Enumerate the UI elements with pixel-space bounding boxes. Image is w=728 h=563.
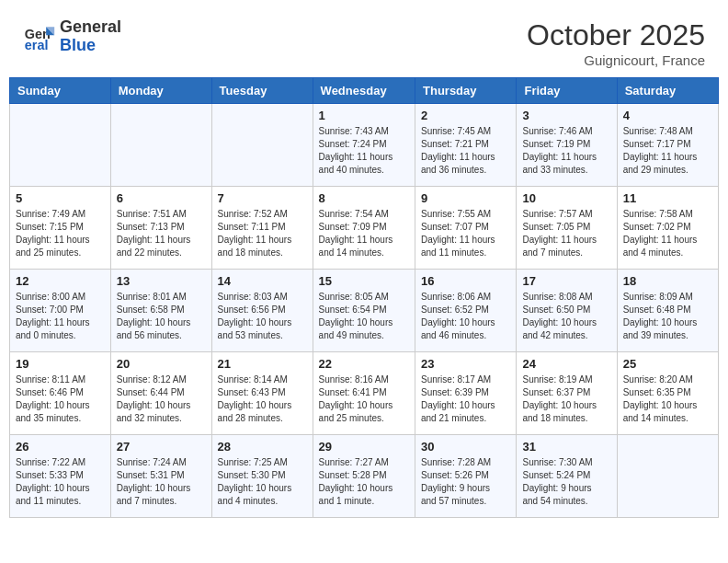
weekday-header-thursday: Thursday [415,78,517,104]
day-number: 2 [421,109,510,122]
day-info: Sunrise: 8:20 AM Sunset: 6:35 PM Dayligh… [623,373,712,425]
svg-text:eral: eral [25,38,49,52]
day-cell-26: 26Sunrise: 7:22 AM Sunset: 5:33 PM Dayli… [10,435,111,518]
day-cell-1: 1Sunrise: 7:43 AM Sunset: 7:24 PM Daylig… [313,104,415,187]
day-cell-7: 7Sunrise: 7:52 AM Sunset: 7:11 PM Daylig… [211,187,313,270]
day-number: 22 [319,357,409,371]
day-number: 21 [218,357,307,371]
weekday-header-tuesday: Tuesday [211,78,313,104]
week-row-5: 26Sunrise: 7:22 AM Sunset: 5:33 PM Dayli… [10,435,719,518]
title-block: October 2025 Guignicourt, France [527,18,705,68]
day-info: Sunrise: 7:52 AM Sunset: 7:11 PM Dayligh… [218,208,307,259]
day-number: 11 [623,191,712,205]
empty-cell [211,104,313,187]
day-cell-5: 5Sunrise: 7:49 AM Sunset: 7:15 PM Daylig… [10,187,111,270]
day-info: Sunrise: 7:25 AM Sunset: 5:30 PM Dayligh… [218,456,307,508]
day-info: Sunrise: 8:14 AM Sunset: 6:43 PM Dayligh… [218,373,307,425]
day-number: 31 [522,440,610,454]
day-number: 28 [218,440,307,454]
day-cell-19: 19Sunrise: 8:11 AM Sunset: 6:46 PM Dayli… [10,352,111,435]
day-info: Sunrise: 7:28 AM Sunset: 5:26 PM Dayligh… [421,456,510,508]
day-info: Sunrise: 7:45 AM Sunset: 7:21 PM Dayligh… [421,125,510,177]
day-info: Sunrise: 8:05 AM Sunset: 6:54 PM Dayligh… [319,291,409,342]
week-row-3: 12Sunrise: 8:00 AM Sunset: 7:00 PM Dayli… [10,270,719,352]
day-info: Sunrise: 7:58 AM Sunset: 7:02 PM Dayligh… [623,208,712,259]
day-info: Sunrise: 7:55 AM Sunset: 7:07 PM Dayligh… [421,208,510,259]
day-cell-30: 30Sunrise: 7:28 AM Sunset: 5:26 PM Dayli… [415,435,517,518]
day-cell-12: 12Sunrise: 8:00 AM Sunset: 7:00 PM Dayli… [10,270,111,352]
day-number: 20 [117,357,206,371]
day-info: Sunrise: 8:01 AM Sunset: 6:58 PM Dayligh… [117,291,206,342]
calendar-table: SundayMondayTuesdayWednesdayThursdayFrid… [9,77,719,518]
day-cell-2: 2Sunrise: 7:45 AM Sunset: 7:21 PM Daylig… [415,104,517,187]
day-cell-18: 18Sunrise: 8:09 AM Sunset: 6:48 PM Dayli… [617,270,718,352]
day-cell-13: 13Sunrise: 8:01 AM Sunset: 6:58 PM Dayli… [110,270,211,352]
day-info: Sunrise: 8:09 AM Sunset: 6:48 PM Dayligh… [623,291,712,342]
day-number: 18 [623,274,712,288]
empty-cell [617,435,718,518]
day-info: Sunrise: 7:24 AM Sunset: 5:31 PM Dayligh… [117,456,206,508]
day-cell-20: 20Sunrise: 8:12 AM Sunset: 6:44 PM Dayli… [110,352,211,435]
day-cell-3: 3Sunrise: 7:46 AM Sunset: 7:19 PM Daylig… [517,104,617,187]
empty-cell [10,104,111,187]
day-number: 30 [421,440,510,454]
weekday-header-row: SundayMondayTuesdayWednesdayThursdayFrid… [10,78,719,104]
day-info: Sunrise: 8:16 AM Sunset: 6:41 PM Dayligh… [319,373,409,425]
day-number: 17 [522,274,610,288]
day-cell-29: 29Sunrise: 7:27 AM Sunset: 5:28 PM Dayli… [313,435,415,518]
empty-cell [110,104,211,187]
logo-line2: Blue [60,37,121,55]
day-number: 1 [319,109,409,122]
week-row-2: 5Sunrise: 7:49 AM Sunset: 7:15 PM Daylig… [10,187,719,270]
location: Guignicourt, France [527,52,705,68]
weekday-header-saturday: Saturday [617,78,718,104]
day-cell-16: 16Sunrise: 8:06 AM Sunset: 6:52 PM Dayli… [415,270,517,352]
day-cell-8: 8Sunrise: 7:54 AM Sunset: 7:09 PM Daylig… [313,187,415,270]
day-info: Sunrise: 7:30 AM Sunset: 5:24 PM Dayligh… [522,456,610,508]
day-info: Sunrise: 8:08 AM Sunset: 6:50 PM Dayligh… [522,291,610,342]
logo-icon: Gen eral [23,20,56,53]
day-number: 4 [623,109,712,122]
day-info: Sunrise: 8:12 AM Sunset: 6:44 PM Dayligh… [117,373,206,425]
day-cell-10: 10Sunrise: 7:57 AM Sunset: 7:05 PM Dayli… [517,187,617,270]
day-info: Sunrise: 7:27 AM Sunset: 5:28 PM Dayligh… [319,456,409,508]
day-cell-4: 4Sunrise: 7:48 AM Sunset: 7:17 PM Daylig… [617,104,718,187]
weekday-header-sunday: Sunday [10,78,111,104]
day-cell-6: 6Sunrise: 7:51 AM Sunset: 7:13 PM Daylig… [110,187,211,270]
day-number: 15 [319,274,409,288]
day-number: 24 [522,357,610,371]
day-number: 8 [319,191,409,205]
day-number: 9 [421,191,510,205]
day-number: 19 [16,357,105,371]
weekday-header-friday: Friday [517,78,617,104]
day-cell-22: 22Sunrise: 8:16 AM Sunset: 6:41 PM Dayli… [313,352,415,435]
day-cell-15: 15Sunrise: 8:05 AM Sunset: 6:54 PM Dayli… [313,270,415,352]
day-info: Sunrise: 7:43 AM Sunset: 7:24 PM Dayligh… [319,125,409,177]
day-number: 7 [218,191,307,205]
week-row-1: 1Sunrise: 7:43 AM Sunset: 7:24 PM Daylig… [10,104,719,187]
day-number: 3 [522,109,610,122]
day-info: Sunrise: 7:54 AM Sunset: 7:09 PM Dayligh… [319,208,409,259]
day-cell-23: 23Sunrise: 8:17 AM Sunset: 6:39 PM Dayli… [415,352,517,435]
logo: Gen eral General Blue [23,18,121,55]
day-cell-14: 14Sunrise: 8:03 AM Sunset: 6:56 PM Dayli… [211,270,313,352]
day-info: Sunrise: 8:17 AM Sunset: 6:39 PM Dayligh… [421,373,510,425]
day-info: Sunrise: 8:11 AM Sunset: 6:46 PM Dayligh… [16,373,105,425]
weekday-header-monday: Monday [110,78,211,104]
logo-text: General Blue [60,18,121,55]
day-info: Sunrise: 8:00 AM Sunset: 7:00 PM Dayligh… [16,291,105,342]
day-info: Sunrise: 7:46 AM Sunset: 7:19 PM Dayligh… [522,125,610,177]
day-info: Sunrise: 7:22 AM Sunset: 5:33 PM Dayligh… [16,456,105,508]
day-number: 13 [117,274,206,288]
logo-line1: General [60,18,121,37]
day-cell-21: 21Sunrise: 8:14 AM Sunset: 6:43 PM Dayli… [211,352,313,435]
day-number: 23 [421,357,510,371]
day-cell-17: 17Sunrise: 8:08 AM Sunset: 6:50 PM Dayli… [517,270,617,352]
day-info: Sunrise: 7:49 AM Sunset: 7:15 PM Dayligh… [16,208,105,259]
day-number: 26 [16,440,105,454]
day-number: 5 [16,191,105,205]
day-cell-11: 11Sunrise: 7:58 AM Sunset: 7:02 PM Dayli… [617,187,718,270]
day-number: 10 [522,191,610,205]
page-header: Gen eral General Blue October 2025 Guign… [9,9,719,73]
day-number: 25 [623,357,712,371]
